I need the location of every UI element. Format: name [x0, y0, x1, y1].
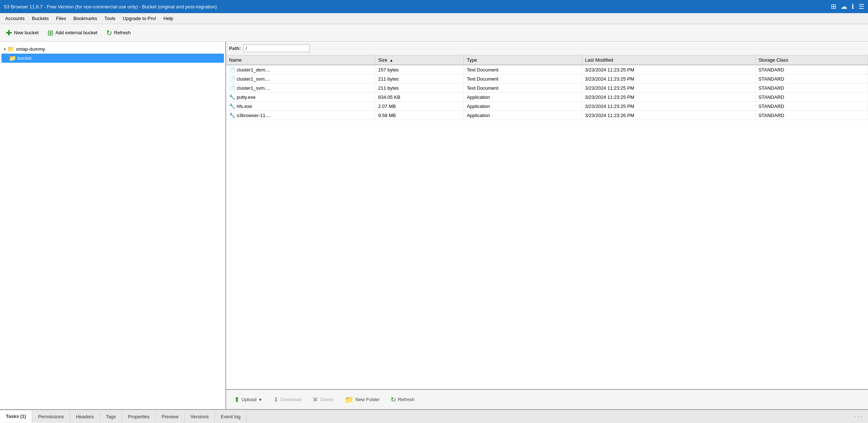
right-panel: Path: Name Size ▲ Type — [226, 42, 868, 409]
file-list-area[interactable]: Name Size ▲ Type Last Modified — [226, 55, 868, 389]
file-storage-4: STANDARD — [755, 102, 868, 111]
table-row[interactable]: 📄 cluster1_dem.... 157 bytes Text Docume… — [226, 65, 868, 74]
menu-icon[interactable]: ☰ — [859, 3, 864, 11]
path-bar: Path: — [226, 42, 868, 55]
file-toolbar: ⬆ Upload ▼ ⬇ Download ✖ Delete 📁 New Fol… — [226, 389, 868, 409]
tree-item-root[interactable]: ▾ 📁 ontap-dummy — [1, 44, 224, 54]
file-size-3: 834.05 KB — [375, 93, 464, 102]
file-storage-0: STANDARD — [755, 65, 868, 74]
info-icon[interactable]: ℹ — [852, 3, 854, 11]
file-modified-2: 3/23/2024 11:23:25 PM — [582, 84, 756, 93]
title-bar: S3 Browser 11.6.7 - Free Version (for no… — [0, 0, 868, 13]
delete-button[interactable]: ✖ Delete — [308, 394, 338, 405]
upload-icon: ⬆ — [234, 396, 240, 404]
file-name-3: putty.exe — [237, 94, 256, 100]
new-folder-button[interactable]: 📁 New Folder — [340, 393, 384, 406]
table-row[interactable]: 📄 cluster1_svm.... 211 bytes Text Docume… — [226, 84, 868, 93]
tab-tasks[interactable]: Tasks (1) — [0, 411, 32, 423]
tree-item-bucket[interactable]: 📁 bucket — [1, 54, 224, 63]
file-modified-5: 3/23/2024 11:23:26 PM — [582, 111, 756, 120]
refresh-icon: ↻ — [106, 28, 112, 37]
grid-icon[interactable]: ⊞ — [831, 3, 836, 11]
app-icon: 🔧 — [229, 103, 235, 109]
col-size-label: Size — [378, 57, 387, 63]
new-bucket-label: New bucket — [14, 30, 39, 35]
menu-upgrade[interactable]: Upgrade to Pro! — [119, 14, 160, 23]
delete-label: Delete — [320, 397, 334, 402]
upload-button[interactable]: ⬆ Upload ▼ — [230, 394, 267, 405]
table-row[interactable]: 🔧 hfs.exe 2.07 MB Application 3/23/2024 … — [226, 102, 868, 111]
file-name-1: cluster1_svm.... — [237, 76, 270, 82]
col-type[interactable]: Type — [464, 55, 582, 65]
file-size-0: 157 bytes — [375, 65, 464, 74]
col-name[interactable]: Name — [226, 55, 375, 65]
file-name-2: cluster1_svm.... — [237, 85, 270, 91]
file-name-5: s3browser-11.... — [237, 113, 271, 118]
tree-area: ▾ 📁 ontap-dummy 📁 bucket — [0, 42, 225, 409]
file-name-cell-3: 🔧 putty.exe — [226, 93, 375, 102]
file-type-1: Text Document — [464, 74, 582, 84]
col-size[interactable]: Size ▲ — [375, 55, 464, 65]
tab-tags-label: Tags — [106, 414, 116, 419]
text-doc-icon: 📄 — [229, 85, 235, 91]
tab-headers[interactable]: Headers — [70, 411, 100, 422]
more-dots: · · · — [848, 410, 868, 423]
table-row[interactable]: 🔧 putty.exe 834.05 KB Application 3/23/2… — [226, 93, 868, 102]
delete-icon: ✖ — [313, 396, 318, 404]
new-folder-label: New Folder — [356, 397, 380, 402]
file-modified-0: 3/23/2024 11:23:25 PM — [582, 65, 756, 74]
menu-files[interactable]: Files — [53, 14, 70, 23]
col-storage-label: Storage Class — [759, 57, 788, 63]
tab-tags[interactable]: Tags — [100, 411, 122, 422]
file-name-0: cluster1_dem.... — [237, 67, 271, 73]
tab-eventlog[interactable]: Event log — [215, 411, 247, 422]
main-content: ▾ 📁 ontap-dummy 📁 bucket Path: — [0, 42, 868, 409]
add-external-icon: ⊞ — [47, 28, 54, 37]
file-size-4: 2.07 MB — [375, 102, 464, 111]
col-modified[interactable]: Last Modified — [582, 55, 756, 65]
tab-versions-label: Versions — [190, 414, 209, 419]
file-name-cell-0: 📄 cluster1_dem.... — [226, 65, 375, 74]
refresh-button[interactable]: ↻ Refresh — [102, 27, 135, 39]
col-type-label: Type — [467, 57, 477, 63]
menu-buckets[interactable]: Buckets — [28, 14, 52, 23]
file-name-cell-5: 🔧 s3browser-11.... — [226, 111, 375, 120]
table-row[interactable]: 📄 cluster1_svm.... 211 bytes Text Docume… — [226, 74, 868, 84]
file-type-4: Application — [464, 102, 582, 111]
tab-permissions[interactable]: Permissions — [32, 411, 70, 422]
upload-dropdown-icon[interactable]: ▼ — [258, 397, 262, 402]
tab-versions[interactable]: Versions — [185, 411, 215, 422]
file-storage-2: STANDARD — [755, 84, 868, 93]
file-name-cell-1: 📄 cluster1_svm.... — [226, 74, 375, 84]
bottom-tabs: Tasks (1) Permissions Headers Tags Prope… — [0, 409, 868, 423]
tab-preview[interactable]: Preview — [156, 411, 185, 422]
app-icon: 🔧 — [229, 94, 235, 100]
file-size-1: 211 bytes — [375, 74, 464, 84]
file-table: Name Size ▲ Type Last Modified — [226, 55, 868, 120]
menu-help[interactable]: Help — [160, 14, 177, 23]
cloud-icon[interactable]: ☁ — [841, 3, 847, 11]
file-type-2: Text Document — [464, 84, 582, 93]
path-input[interactable] — [243, 44, 310, 52]
new-bucket-button[interactable]: ✚ New bucket — [2, 27, 42, 39]
tree-root-label: ontap-dummy — [16, 46, 45, 52]
menu-bookmarks[interactable]: Bookmarks — [70, 14, 101, 23]
tab-properties[interactable]: Properties — [122, 411, 156, 422]
expand-icon: ▾ — [4, 47, 6, 52]
table-row[interactable]: 🔧 s3browser-11.... 9.58 MB Application 3… — [226, 111, 868, 120]
folder-icon-root: 📁 — [7, 46, 15, 53]
menu-accounts[interactable]: Accounts — [1, 14, 28, 23]
download-button[interactable]: ⬇ Download — [269, 394, 306, 405]
tab-preview-label: Preview — [162, 414, 178, 419]
menu-tools[interactable]: Tools — [101, 14, 119, 23]
col-storage[interactable]: Storage Class — [755, 55, 868, 65]
text-doc-icon: 📄 — [229, 76, 235, 82]
file-refresh-label: Refresh — [398, 397, 415, 402]
tab-headers-label: Headers — [76, 414, 94, 419]
table-header-row: Name Size ▲ Type Last Modified — [226, 55, 868, 65]
menu-bar: Accounts Buckets Files Bookmarks Tools U… — [0, 13, 868, 24]
tree-bucket-label: bucket — [18, 55, 31, 61]
col-name-label: Name — [229, 57, 242, 63]
add-external-bucket-button[interactable]: ⊞ Add external bucket — [44, 27, 101, 39]
file-refresh-button[interactable]: ↻ Refresh — [386, 394, 419, 405]
